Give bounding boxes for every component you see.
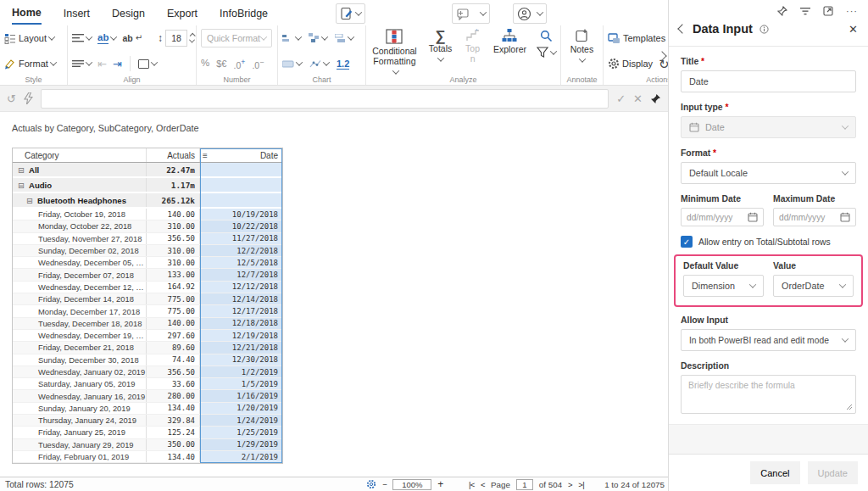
- cancel-button[interactable]: Cancel: [750, 461, 799, 484]
- formula-cancel-icon[interactable]: ✕: [633, 92, 643, 105]
- vertical-align-button[interactable]: [72, 34, 92, 42]
- currency-icon[interactable]: $€: [216, 59, 226, 69]
- table-row[interactable]: Friday, December 07, 2018133.0012/7/2018: [13, 269, 282, 281]
- pin-icon[interactable]: [777, 6, 787, 16]
- page-first-button[interactable]: |<: [469, 480, 475, 489]
- combo-chart-button[interactable]: [335, 34, 353, 43]
- table-row[interactable]: Friday, December 14, 2018775.0012/14/201…: [13, 293, 282, 305]
- table-row[interactable]: Wednesday, December 12, …164.9212/12/201…: [13, 282, 282, 293]
- collapse-icon[interactable]: ⊟: [18, 165, 25, 175]
- table-row[interactable]: Friday, January 25, 2019125.241/25/2019: [13, 427, 282, 438]
- totals-button[interactable]: ∑ Totals: [429, 29, 452, 64]
- date-cell[interactable]: 2/1/2019: [200, 451, 282, 462]
- tab-home[interactable]: Home: [12, 1, 42, 25]
- date-cell[interactable]: [200, 178, 282, 192]
- date-cell[interactable]: 10/22/2018: [200, 220, 282, 232]
- search-icon[interactable]: [540, 30, 553, 42]
- date-cell[interactable]: 1/5/2019: [200, 378, 282, 389]
- table-row[interactable]: Tuesday, November 27, 2018356.5011/27/20…: [13, 233, 282, 245]
- table-row[interactable]: ⊟Bluetooth Headphones265.12k: [13, 193, 282, 209]
- page-prev-button[interactable]: <: [481, 480, 485, 489]
- column-header-category[interactable]: Category: [13, 148, 147, 162]
- date-cell[interactable]: 12/7/2018: [200, 269, 282, 280]
- line-chart-button[interactable]: [309, 59, 329, 69]
- filter-button[interactable]: [537, 47, 556, 58]
- table-row[interactable]: Sunday, January 20, 2019134.401/20/2019: [13, 403, 282, 415]
- format-button[interactable]: Format: [4, 59, 56, 70]
- decimal-increase-icon[interactable]: .0+: [233, 58, 245, 70]
- table-row[interactable]: Thursday, January 24, 2019329.841/24/201…: [13, 415, 282, 427]
- pin-icon[interactable]: [650, 93, 661, 104]
- date-cell[interactable]: 12/30/2018: [200, 354, 282, 365]
- format-select[interactable]: Default Locale: [681, 162, 856, 184]
- close-icon[interactable]: ✕: [849, 23, 858, 36]
- date-cell[interactable]: 1/25/2019: [200, 427, 282, 438]
- min-date-input[interactable]: dd/mm/yyyy: [681, 208, 764, 226]
- formula-bolt-icon[interactable]: [24, 92, 33, 104]
- table-row[interactable]: Wednesday, January 02, 2019356.501/2/201…: [13, 366, 282, 378]
- explorer-button[interactable]: Explorer: [493, 29, 526, 54]
- add-comment-button[interactable]: [452, 3, 490, 24]
- text-color-button[interactable]: ab: [97, 32, 116, 44]
- layout-button[interactable]: Layout: [4, 33, 54, 44]
- table-row[interactable]: Monday, October 22, 2018310.0010/22/2018: [13, 220, 282, 232]
- date-cell[interactable]: [200, 193, 282, 207]
- indent-decrease-icon[interactable]: ⇤: [97, 59, 107, 70]
- percent-icon[interactable]: %: [201, 59, 209, 69]
- horizontal-align-button[interactable]: [72, 60, 92, 67]
- wrap-text-button[interactable]: ab ↵: [122, 33, 142, 43]
- page-last-button[interactable]: >|: [578, 480, 584, 489]
- allow-entry-checkbox[interactable]: ✓: [681, 236, 693, 248]
- filter-lines-icon[interactable]: [800, 7, 810, 15]
- page-number-input[interactable]: 1: [516, 479, 533, 490]
- calendar-icon[interactable]: [748, 212, 758, 222]
- settings-gear-icon[interactable]: [366, 479, 376, 489]
- zoom-in-button[interactable]: +: [437, 478, 443, 490]
- tab-insert[interactable]: Insert: [64, 2, 90, 24]
- more-options-icon[interactable]: ···: [846, 6, 858, 16]
- date-cell[interactable]: 1/29/2019: [200, 439, 282, 450]
- tab-infobridge[interactable]: InfoBridge: [220, 2, 268, 24]
- table-row[interactable]: Monday, December 17, 2018775.0012/17/201…: [13, 305, 282, 317]
- formula-input[interactable]: [41, 89, 609, 109]
- title-field-input[interactable]: Date: [681, 70, 856, 92]
- area-chart-button[interactable]: [282, 59, 302, 68]
- date-cell[interactable]: 11/27/2018: [200, 233, 282, 244]
- display-button[interactable]: Display: [608, 58, 653, 70]
- max-date-input[interactable]: dd/mm/yyyy: [773, 208, 856, 226]
- date-cell[interactable]: 12/21/2018: [200, 342, 282, 353]
- table-row[interactable]: Wednesday, January 16, 2019280.001/16/20…: [13, 390, 282, 402]
- table-row[interactable]: Wednesday, December 05, …310.0012/5/2018: [13, 257, 282, 269]
- font-size-value[interactable]: 18: [165, 30, 187, 47]
- table-row[interactable]: Friday, December 21, 201889.6012/21/2018: [13, 342, 282, 354]
- table-row[interactable]: ⊟All22.47m: [13, 163, 282, 178]
- hierarchy-chart-button[interactable]: [309, 33, 327, 43]
- date-cell[interactable]: 1/24/2019: [200, 415, 282, 426]
- date-cell[interactable]: 1/20/2019: [200, 403, 282, 414]
- allow-input-select[interactable]: In both PowerBI read and edit mode: [681, 329, 856, 351]
- bar-chart-button[interactable]: [282, 34, 301, 43]
- zoom-level-input[interactable]: 100%: [392, 479, 431, 490]
- date-cell[interactable]: 12/5/2018: [200, 257, 282, 268]
- date-cell[interactable]: 12/12/2018: [200, 282, 282, 293]
- number-format-icon[interactable]: 1.2: [337, 59, 349, 70]
- stepper-arrows[interactable]: [190, 33, 194, 43]
- tab-export[interactable]: Export: [167, 2, 198, 24]
- date-cell[interactable]: 1/16/2019: [200, 390, 282, 401]
- resize-grip-icon[interactable]: [846, 404, 853, 410]
- templates-button[interactable]: Templates: [608, 33, 665, 44]
- table-row[interactable]: Tuesday, December 18, 2018140.0012/18/20…: [13, 318, 282, 330]
- top-n-button[interactable]: Top n: [462, 29, 483, 64]
- formula-accept-icon[interactable]: ✓: [616, 92, 626, 105]
- zoom-out-button[interactable]: −: [382, 480, 387, 489]
- table-row[interactable]: Sunday, December 30, 201874.4012/30/2018: [13, 354, 282, 366]
- description-textarea[interactable]: Briefly describe the formula: [681, 375, 856, 414]
- collapse-icon[interactable]: ⊟: [18, 181, 25, 190]
- table-row[interactable]: Friday, October 19, 2018140.0010/19/2018: [13, 209, 282, 220]
- date-cell[interactable]: 12/2/2018: [200, 245, 282, 256]
- table-row[interactable]: Saturday, January 05, 201933.601/5/2019: [13, 378, 282, 390]
- default-value-select[interactable]: Dimension: [683, 275, 764, 297]
- value-select[interactable]: OrderDate: [773, 275, 854, 297]
- borders-button[interactable]: [138, 59, 157, 69]
- conditional-formatting-button[interactable]: ConditionalFormatting: [370, 29, 419, 76]
